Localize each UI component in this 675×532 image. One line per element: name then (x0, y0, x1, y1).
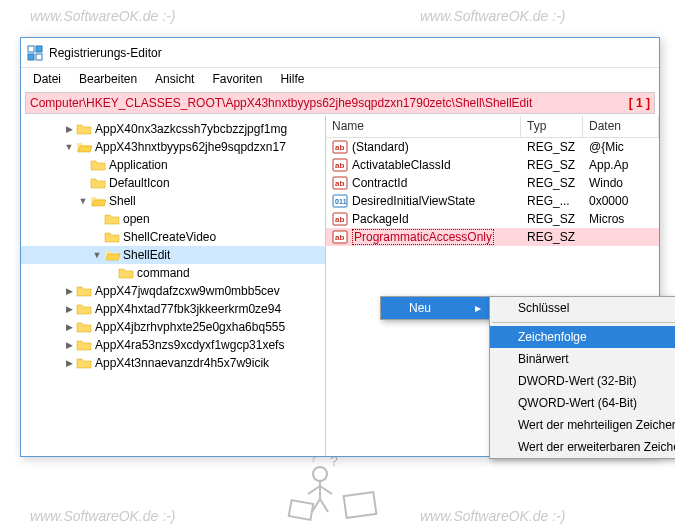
tree-twisty[interactable]: ▼ (63, 142, 75, 152)
tree-twisty[interactable]: ▶ (63, 358, 75, 368)
svg-text:011: 011 (335, 198, 347, 205)
list-row[interactable]: ab(Standard)REG_SZ@{Mic (326, 138, 659, 156)
value-type: REG_... (521, 194, 583, 208)
tree-item[interactable]: Application (21, 156, 325, 174)
tree-item[interactable]: ▼ShellEdit (21, 246, 325, 264)
string-value-icon: ab (332, 157, 348, 173)
ctx-neu[interactable]: Neu (381, 297, 489, 319)
value-type: REG_SZ (521, 230, 583, 244)
value-data: Windo (583, 176, 659, 190)
ctx-item[interactable]: Schlüssel (490, 297, 675, 319)
value-data: Micros (583, 212, 659, 226)
tree-label: open (123, 212, 150, 226)
tree-label: AppX43hnxtbyyps62jhe9sqpdzxn17 (95, 140, 286, 154)
list-row[interactable]: abPackageIdREG_SZMicros (326, 210, 659, 228)
context-submenu[interactable]: SchlüsselZeichenfolgeBinärwertDWORD-Wert… (489, 296, 675, 459)
folder-icon (104, 248, 120, 262)
confused-doodle: ? ? (280, 454, 400, 524)
list-row[interactable]: abContractIdREG_SZWindo (326, 174, 659, 192)
value-type: REG_SZ (521, 158, 583, 172)
col-type[interactable]: Typ (521, 116, 583, 137)
value-name: ContractId (352, 176, 407, 190)
watermark: www.SoftwareOK.de :-) (30, 8, 176, 24)
string-value-icon: ab (332, 139, 348, 155)
tree-item[interactable]: ▶AppX4ra53nzs9xcdyxf1wgcp31xefs (21, 336, 325, 354)
menu-ansicht[interactable]: Ansicht (147, 70, 202, 88)
folder-icon (76, 284, 92, 298)
tree-pane[interactable]: ▶AppX40nx3azkcssh7ybcbzzjpgf1mg▼AppX43hn… (21, 116, 326, 456)
tree-twisty[interactable]: ▶ (63, 322, 75, 332)
tree-twisty[interactable]: ▶ (63, 124, 75, 134)
tree-label: Application (109, 158, 168, 172)
value-name: ProgrammaticAccessOnly (352, 229, 494, 245)
tree-item[interactable]: DefaultIcon (21, 174, 325, 192)
ctx-item[interactable]: Wert der mehrteiligen Zeichenfolge (490, 414, 675, 436)
list-header[interactable]: Name Typ Daten (326, 116, 659, 138)
svg-text:ab: ab (335, 233, 344, 242)
folder-icon (76, 320, 92, 334)
tree-twisty[interactable]: ▼ (77, 196, 89, 206)
folder-icon (118, 266, 134, 280)
svg-text:ab: ab (335, 215, 344, 224)
tree-twisty[interactable]: ▼ (91, 250, 103, 260)
menu-bearbeiten[interactable]: Bearbeiten (71, 70, 145, 88)
svg-rect-0 (28, 46, 34, 52)
svg-rect-20 (289, 500, 313, 520)
list-body: ab(Standard)REG_SZ@{MicabActivatableClas… (326, 138, 659, 246)
tree-item[interactable]: ShellCreateVideo (21, 228, 325, 246)
binary-value-icon: 011 (332, 193, 348, 209)
string-value-icon: ab (332, 211, 348, 227)
folder-icon (90, 158, 106, 172)
menu-favoriten[interactable]: Favoriten (204, 70, 270, 88)
watermark: www.SoftwareOK.de :-) (30, 508, 176, 524)
folder-icon (76, 140, 92, 154)
menu-datei[interactable]: Datei (25, 70, 69, 88)
value-type: REG_SZ (521, 212, 583, 226)
ctx-item[interactable]: Zeichenfolge (490, 326, 675, 348)
col-data[interactable]: Daten (583, 116, 659, 137)
tree-label: ShellCreateVideo (123, 230, 216, 244)
tree-label: command (137, 266, 190, 280)
address-path: Computer\HKEY_CLASSES_ROOT\AppX43hnxtbyy… (30, 96, 621, 110)
tree-item[interactable]: ▶AppX47jwqdafzcxw9wm0mbb5cev (21, 282, 325, 300)
value-name: PackageId (352, 212, 409, 226)
folder-icon (76, 338, 92, 352)
tree-label: ShellEdit (123, 248, 170, 262)
col-name[interactable]: Name (326, 116, 521, 137)
tree-twisty[interactable]: ▶ (63, 286, 75, 296)
value-data: @{Mic (583, 140, 659, 154)
list-row[interactable]: 011DesiredInitialViewStateREG_...0x0000 (326, 192, 659, 210)
menu-hilfe[interactable]: Hilfe (272, 70, 312, 88)
address-bar[interactable]: Computer\HKEY_CLASSES_ROOT\AppX43hnxtbyy… (25, 92, 655, 114)
list-row[interactable]: abActivatableClassIdREG_SZApp.Ap (326, 156, 659, 174)
tree-item[interactable]: ▶AppX4t3nnaevanzdr4h5x7w9icik (21, 354, 325, 372)
value-type: REG_SZ (521, 176, 583, 190)
string-value-icon: ab (332, 229, 348, 245)
tree-item[interactable]: ▶AppX40nx3azkcssh7ybcbzzjpgf1mg (21, 120, 325, 138)
ctx-item[interactable]: Wert der erweiterbaren Zeichenfolge (490, 436, 675, 458)
tree-item[interactable]: ▼AppX43hnxtbyyps62jhe9sqpdzxn17 (21, 138, 325, 156)
tree-item[interactable]: command (21, 264, 325, 282)
tree-twisty[interactable]: ▶ (63, 340, 75, 350)
tree-item[interactable]: ▶AppX4hxtad77fbk3jkkeerkrm0ze94 (21, 300, 325, 318)
folder-icon (90, 194, 106, 208)
value-data: 0x0000 (583, 194, 659, 208)
folder-icon (76, 302, 92, 316)
tree-twisty[interactable]: ▶ (63, 304, 75, 314)
tree-label: AppX4jbzrhvphxte25e0gxha6bq555 (95, 320, 285, 334)
ctx-item[interactable]: Binärwert (490, 348, 675, 370)
svg-rect-19 (344, 492, 377, 518)
svg-rect-3 (36, 54, 42, 60)
tree-item[interactable]: ▼Shell (21, 192, 325, 210)
tree-label: DefaultIcon (109, 176, 170, 190)
list-row[interactable]: abProgrammaticAccessOnly[ 2 ]REG_SZ (326, 228, 659, 246)
context-menu[interactable]: Neu SchlüsselZeichenfolgeBinärwertDWORD-… (380, 296, 490, 320)
titlebar[interactable]: Registrierungs-Editor (21, 38, 659, 68)
ctx-item[interactable]: QWORD-Wert (64-Bit) (490, 392, 675, 414)
tree-item[interactable]: ▶AppX4jbzrhvphxte25e0gxha6bq555 (21, 318, 325, 336)
tree-item[interactable]: open (21, 210, 325, 228)
ctx-item[interactable]: DWORD-Wert (32-Bit) (490, 370, 675, 392)
folder-icon (104, 230, 120, 244)
tree-label: AppX4t3nnaevanzdr4h5x7w9icik (95, 356, 269, 370)
tree-label: AppX4ra53nzs9xcdyxf1wgcp31xefs (95, 338, 284, 352)
